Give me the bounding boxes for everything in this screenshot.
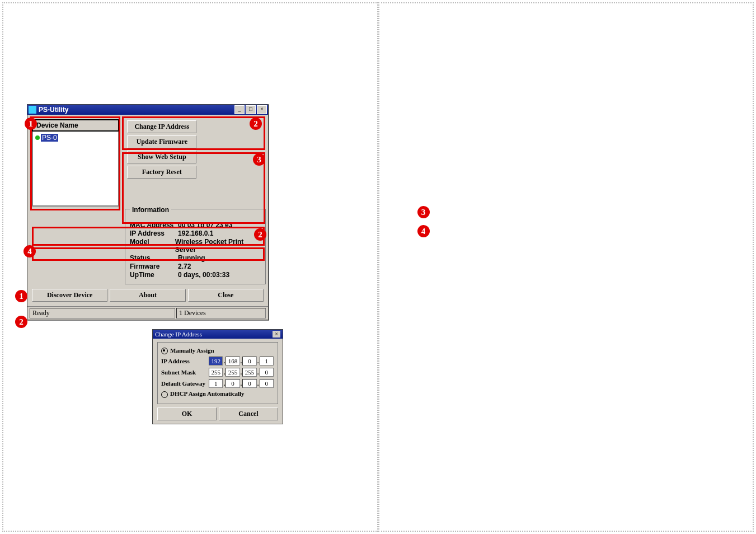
status-bar: Ready 1 Devices	[27, 306, 268, 320]
radio-icon	[161, 391, 168, 398]
mac-value: 00 03 1b 07 23 e3	[178, 221, 232, 229]
sn-oct-4[interactable]: 0	[260, 368, 274, 377]
close-window-button[interactable]: ×	[257, 105, 267, 114]
sn-oct-2[interactable]: 255	[226, 368, 240, 377]
maximize-button[interactable]: □	[246, 105, 256, 114]
about-button[interactable]: About	[110, 289, 185, 302]
device-item[interactable]: PS-0	[35, 134, 116, 142]
change-ip-dialog: Change IP Address × Manually Assign IP A…	[152, 329, 283, 424]
status-dot-icon	[35, 135, 40, 140]
show-web-setup-button[interactable]: Show Web Setup	[127, 151, 196, 163]
uptime-label: UpTime	[130, 271, 178, 279]
radio-manual[interactable]: Manually Assign	[161, 347, 274, 354]
badge-2-standalone: 2	[15, 316, 27, 328]
gw-label: Default Gateway	[161, 380, 208, 387]
factory-reset-button[interactable]: Factory Reset	[127, 166, 196, 179]
radio-icon	[161, 348, 168, 354]
badge-1: 1	[25, 118, 37, 130]
titlebar[interactable]: PS-Utility _ □ ×	[27, 105, 268, 115]
status-device-count: 1 Devices	[176, 308, 266, 318]
information-title: Information	[130, 206, 171, 214]
minimize-button[interactable]: _	[234, 105, 245, 114]
gw-oct-4[interactable]: 0	[260, 379, 274, 388]
device-name-header: Device Name	[32, 119, 119, 132]
ip-oct-2[interactable]: 168	[226, 357, 240, 366]
dialog-title: Change IP Address	[155, 331, 202, 338]
gw-oct-1[interactable]: 1	[209, 379, 223, 388]
sn-oct-3[interactable]: 255	[242, 368, 256, 377]
device-item-label: PS-0	[41, 134, 58, 142]
model-value: Wireless Pocket Print Server	[175, 238, 261, 254]
ip-label: IP Address	[130, 229, 178, 237]
ip-address-label: IP Address	[161, 358, 208, 364]
update-firmware-button[interactable]: Update Firmware	[127, 135, 196, 148]
badge-1-standalone: 1	[15, 290, 27, 302]
dialog-titlebar[interactable]: Change IP Address ×	[153, 330, 283, 339]
ip-oct-3[interactable]: 0	[242, 357, 256, 366]
mac-label: MAC Address	[130, 221, 178, 229]
device-list[interactable]: PS-0	[32, 132, 119, 207]
badge-4-right: 4	[417, 225, 430, 237]
close-button[interactable]: Close	[188, 289, 264, 302]
cancel-button[interactable]: Cancel	[219, 407, 278, 420]
window-title: PS-Utility	[39, 106, 68, 114]
status-value: Running	[178, 254, 205, 262]
discover-device-button[interactable]: Discover Device	[32, 289, 107, 302]
ip-oct-4[interactable]: 1	[260, 357, 274, 366]
badge-3a: 3	[253, 153, 265, 166]
ip-oct-1[interactable]: 192	[209, 357, 223, 366]
status-label: Status	[130, 254, 178, 262]
information-panel: Information MAC Address00 03 1b 07 23 e3…	[125, 209, 266, 284]
app-icon	[29, 106, 36, 114]
sn-oct-1[interactable]: 255	[209, 368, 223, 377]
ps-utility-window: PS-Utility _ □ × Device Name PS-0	[27, 104, 269, 320]
status-ready: Ready	[30, 308, 175, 318]
ip-value: 192.168.0.1	[178, 229, 213, 237]
dialog-close-icon[interactable]: ×	[273, 331, 280, 338]
subnet-label: Subnet Mask	[161, 369, 208, 376]
model-label: Model	[130, 238, 175, 254]
radio-dhcp[interactable]: DHCP Assign Automatically	[161, 390, 274, 397]
badge-4a: 4	[24, 245, 36, 257]
ok-button[interactable]: OK	[157, 407, 217, 420]
gw-oct-3[interactable]: 0	[242, 379, 256, 388]
badge-2b: 2	[254, 228, 266, 241]
gw-oct-2[interactable]: 0	[226, 379, 240, 388]
uptime-value: 0 days, 00:03:33	[178, 271, 229, 279]
badge-2a: 2	[250, 118, 262, 130]
badge-3-right: 3	[417, 206, 430, 218]
fw-label: Firmware	[130, 263, 178, 270]
change-ip-button[interactable]: Change IP Address	[127, 120, 196, 133]
fw-value: 2.72	[178, 263, 191, 270]
